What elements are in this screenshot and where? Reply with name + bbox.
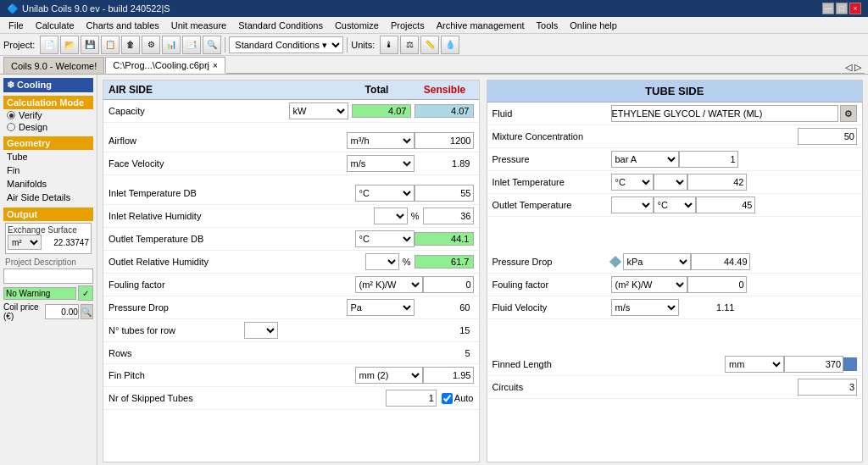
airflow-label: Airflow [108, 136, 347, 146]
airflow-unit-select[interactable]: m³/h [347, 132, 415, 149]
standard-conditions-dropdown[interactable]: Standard Conditions ▾ [229, 36, 343, 53]
outlet-temp-label: Outlet Temperature [492, 200, 611, 210]
sidebar-air-side-details[interactable]: Air Side Details [3, 191, 93, 204]
tab-welcome-label: Coils 9.0 - Welcome! [11, 61, 97, 71]
inlet-temp-mode-select[interactable] [654, 174, 687, 191]
units-btn3[interactable]: 📏 [420, 36, 439, 54]
menu-unit-measure[interactable]: Unit measure [166, 19, 231, 32]
fin-pitch-input[interactable] [423, 367, 474, 384]
circuits-label: Circuits [492, 382, 611, 392]
inlet-temp-db-unit[interactable]: °C [355, 185, 415, 202]
design-radio[interactable] [7, 123, 15, 131]
menu-customize[interactable]: Customize [330, 19, 384, 32]
coil-price-input[interactable] [45, 304, 79, 319]
face-velocity-unit-select[interactable]: m/s [347, 155, 415, 172]
menu-archive[interactable]: Archive management [431, 19, 530, 32]
fluid-input[interactable] [611, 105, 839, 122]
finned-length-icon[interactable] [843, 357, 857, 371]
tab-close-icon[interactable]: × [213, 61, 218, 70]
spacer2 [103, 175, 479, 182]
pressure-drop-air-unit[interactable]: Pa [347, 299, 415, 316]
pressure-drop-air-row: Pressure Drop Pa 60 [103, 296, 479, 319]
pressure-input[interactable] [679, 151, 738, 168]
finned-length-input[interactable] [784, 356, 843, 373]
toolbar-btn8[interactable]: 📑 [182, 36, 201, 54]
mixture-conc-row: Mixture Concentration [487, 125, 863, 148]
fin-pitch-unit-select[interactable]: mm (2) [355, 367, 423, 384]
tube-pressure-drop-unit[interactable]: kPa [623, 253, 691, 270]
fouling-factor-unit-select[interactable]: (m² K)/W [355, 276, 423, 293]
no-tubes-row: N° tubes for row 15 [103, 319, 479, 342]
fluid-velocity-unit[interactable]: m/s [611, 299, 679, 316]
toolbar-new[interactable]: 📄 [40, 36, 58, 54]
warning-check-btn[interactable]: ✓ [78, 285, 93, 301]
rows-value: 5 [415, 348, 474, 358]
units-btn1[interactable]: 🌡 [380, 36, 398, 54]
window-controls[interactable]: — □ × [822, 3, 861, 14]
toolbar-btn4[interactable]: 📋 [101, 36, 120, 54]
air-side-title: AIR SIDE [103, 80, 343, 99]
outlet-temp-mode-select[interactable]: °C [654, 197, 696, 213]
nr-skipped-tubes-input[interactable] [386, 390, 437, 407]
menu-file[interactable]: File [3, 19, 29, 32]
menu-help[interactable]: Online help [565, 19, 622, 32]
sidebar-manifolds[interactable]: Manifolds [3, 177, 93, 191]
inlet-rel-humidity-unit[interactable] [374, 208, 408, 224]
inlet-temp-input[interactable] [687, 174, 747, 191]
inlet-temp-db-label: Inlet Temperature DB [108, 188, 355, 198]
finned-length-unit[interactable]: mm [725, 356, 784, 373]
tab-welcome[interactable]: Coils 9.0 - Welcome! [3, 57, 104, 74]
tube-fouling-unit[interactable]: (m² K)/W [611, 276, 687, 293]
no-tubes-select[interactable] [244, 322, 278, 339]
close-button[interactable]: × [849, 3, 861, 14]
outlet-rel-humidity-row: Outlet Relative Humidity % 61.7 [103, 251, 479, 274]
fluid-browse-btn[interactable]: ⚙ [840, 105, 857, 122]
maximize-button[interactable]: □ [836, 3, 848, 14]
menu-charts[interactable]: Charts and tables [81, 19, 164, 32]
toolbar-btn5[interactable]: 🗑 [121, 36, 140, 54]
capacity-unit-select[interactable]: kW [289, 102, 348, 119]
verify-radio[interactable] [7, 111, 15, 119]
inlet-temp-db-input[interactable] [415, 185, 474, 202]
toolbar-btn7[interactable]: 📊 [162, 36, 181, 54]
surface-unit-select[interactable]: m² [8, 235, 42, 250]
sidebar-fin[interactable]: Fin [3, 163, 93, 177]
outlet-temp-db-unit[interactable]: °C [355, 230, 415, 247]
toolbar-open[interactable]: 📂 [60, 36, 79, 54]
title-bar: 🔷 Unilab Coils 9.0 ev - build 240522|S —… [0, 0, 868, 17]
inlet-rel-humidity-input[interactable] [423, 208, 474, 224]
menu-calculate[interactable]: Calculate [31, 19, 80, 32]
airflow-row: Airflow m³/h [103, 130, 479, 152]
outlet-temp-unit-select[interactable] [611, 197, 654, 213]
tube-fouling-input[interactable] [687, 276, 747, 293]
pressure-unit-select[interactable]: bar A [611, 151, 679, 168]
menu-standard-conditions[interactable]: Standard Conditions [233, 19, 328, 32]
tube-pressure-drop-input[interactable] [691, 253, 750, 270]
fouling-factor-input[interactable] [423, 276, 474, 293]
sidebar-verify[interactable]: Verify [3, 109, 93, 121]
coil-price-search[interactable]: 🔍 [81, 304, 93, 319]
toolbar-btn6[interactable]: ⚙ [142, 36, 160, 54]
auto-checkbox[interactable] [442, 393, 453, 404]
units-btn4[interactable]: 💧 [441, 36, 459, 54]
mixture-conc-input[interactable] [798, 128, 857, 145]
minimize-button[interactable]: — [822, 3, 834, 14]
circuits-input[interactable] [798, 379, 857, 396]
units-btn2[interactable]: ⚖ [400, 36, 419, 54]
sidebar-tube[interactable]: Tube [3, 150, 93, 163]
sidebar-design[interactable]: Design [3, 121, 93, 133]
air-side-panel: AIR SIDE Total Sensible Capacity kW 4.07… [103, 80, 480, 462]
fluid-row: Fluid ⚙ [487, 102, 863, 125]
finned-length-row: Finned Length mm [487, 353, 863, 376]
tab-file[interactable]: C:\Prog...\Cooling.c6prj × [105, 57, 225, 74]
outlet-temp-input[interactable] [696, 197, 755, 213]
toolbar-save[interactable]: 💾 [81, 36, 99, 54]
menu-tools[interactable]: Tools [531, 19, 564, 32]
toolbar-btn9[interactable]: 🔍 [203, 36, 221, 54]
menu-projects[interactable]: Projects [386, 19, 430, 32]
airflow-input[interactable] [415, 132, 474, 149]
project-desc-input[interactable] [3, 268, 93, 284]
inlet-temp-unit-select[interactable]: °C [611, 174, 654, 191]
tab-bar: Coils 9.0 - Welcome! C:\Prog...\Cooling.… [0, 56, 868, 75]
outlet-rel-humidity-unit-select[interactable] [365, 253, 399, 270]
